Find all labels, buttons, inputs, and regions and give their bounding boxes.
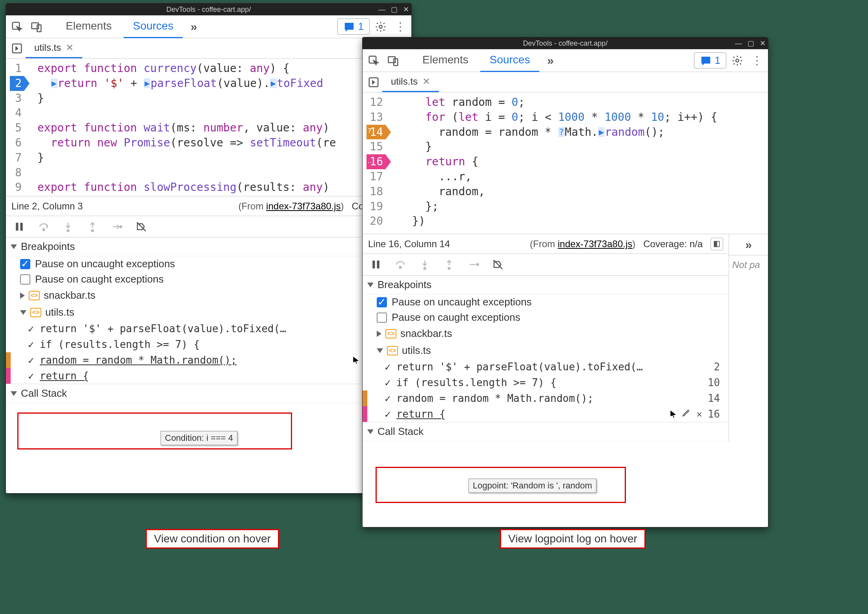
callstack-section-header[interactable]: Call Stack xyxy=(6,384,411,403)
breakpoints-section-header[interactable]: Breakpoints xyxy=(363,276,729,294)
breakpoint-row[interactable]: ✓return {16 xyxy=(6,368,411,384)
logpoint-tooltip: Logpoint: 'Random is ', random xyxy=(468,479,596,493)
source-editor[interactable]: 123456789 export function currency(value… xyxy=(6,59,411,196)
issues-count: 1 xyxy=(715,54,720,67)
window-maximize-icon[interactable]: ▢ xyxy=(391,5,398,14)
file-tab-utils[interactable]: utils.ts ✕ xyxy=(382,72,439,92)
deactivate-breakpoints-icon[interactable] xyxy=(133,218,150,235)
edit-icon[interactable] xyxy=(681,408,691,420)
callstack-section-header[interactable]: Call Stack xyxy=(363,422,729,441)
chevron-down-icon xyxy=(11,391,17,396)
checkbox-unchecked-icon[interactable] xyxy=(377,313,387,323)
breakpoint-file-utils[interactable]: <> utils.ts xyxy=(6,304,411,321)
kebab-menu-icon[interactable]: ⋮ xyxy=(748,52,766,69)
window-close-icon[interactable]: ✕ xyxy=(760,39,766,48)
breakpoint-code: if (results.length >= 7) { xyxy=(40,338,385,350)
window-maximize-icon[interactable]: ▢ xyxy=(748,39,754,48)
breakpoint-code: return { xyxy=(40,370,385,382)
breakpoints-section-header[interactable]: Breakpoints xyxy=(6,237,411,256)
settings-gear-icon[interactable] xyxy=(372,18,389,35)
tab-elements[interactable]: Elements xyxy=(56,15,121,38)
checkbox-icon[interactable]: ✓ xyxy=(385,408,391,420)
issues-pill[interactable]: 1 xyxy=(337,18,370,35)
checkbox-unchecked-icon[interactable] xyxy=(20,274,30,285)
pause-caught-row[interactable]: Pause on caught exceptions xyxy=(6,272,411,287)
file-tab-utils[interactable]: utils.ts ✕ xyxy=(26,38,82,58)
step-over-icon[interactable] xyxy=(392,256,409,273)
checkbox-icon[interactable]: ✓ xyxy=(385,392,391,404)
breakpoint-file-utils[interactable]: <> utils.ts xyxy=(363,342,729,359)
breakpoint-row[interactable]: ✓return {✕16 xyxy=(363,406,729,422)
tab-elements[interactable]: Elements xyxy=(413,49,478,72)
svg-rect-19 xyxy=(377,261,379,268)
pause-caught-row[interactable]: Pause on caught exceptions xyxy=(363,310,729,325)
checkbox-icon[interactable]: ✓ xyxy=(28,323,34,335)
ts-badge-icon: <> xyxy=(29,291,40,300)
inspect-icon[interactable] xyxy=(365,52,382,69)
breakpoint-row[interactable]: ✓random = random * Math.random();✕14 xyxy=(6,352,411,368)
breakpoint-file-snackbar[interactable]: <> snackbar.ts xyxy=(6,287,411,304)
close-icon[interactable]: ✕ xyxy=(422,76,430,87)
chevron-down-icon xyxy=(377,348,383,353)
step-out-icon[interactable] xyxy=(440,256,458,273)
source-map-link[interactable]: index-73f73a80.js xyxy=(266,201,341,211)
pause-icon[interactable] xyxy=(367,256,385,273)
close-icon[interactable]: ✕ xyxy=(66,42,74,53)
breakpoint-line-number: 14 xyxy=(708,392,723,404)
breakpoint-row[interactable]: ✓return '$' + parseFloat(value).toFixed(… xyxy=(6,321,411,337)
step-over-icon[interactable] xyxy=(35,218,52,235)
breakpoint-row[interactable]: ✓random = random * Math.random();14 xyxy=(363,390,729,406)
deactivate-breakpoints-icon[interactable] xyxy=(489,256,507,273)
source-editor[interactable]: 121314?1516‥17181920 let random = 0; for… xyxy=(363,92,768,234)
checkbox-icon[interactable]: ✓ xyxy=(28,354,34,366)
checkbox-checked-icon[interactable]: ✓ xyxy=(20,259,30,269)
show-navigator-icon[interactable] xyxy=(8,40,26,57)
coverage-label: Coverage: n/a xyxy=(643,239,703,250)
source-map-from: (From index-73f73a80.js) xyxy=(530,239,635,250)
show-navigator-icon[interactable] xyxy=(365,74,382,91)
window-close-icon[interactable]: ✕ xyxy=(403,5,409,14)
svg-rect-18 xyxy=(372,261,375,268)
step-icon[interactable] xyxy=(108,218,126,235)
kebab-menu-icon[interactable]: ⋮ xyxy=(392,18,409,35)
pause-uncaught-row[interactable]: ✓ Pause on uncaught exceptions xyxy=(363,294,729,310)
breakpoint-code: random = random * Math.random(); xyxy=(396,392,702,404)
step-icon[interactable] xyxy=(465,256,482,273)
device-toolbar-icon[interactable] xyxy=(385,52,402,69)
checkbox-icon[interactable]: ✓ xyxy=(385,361,391,373)
tab-sources[interactable]: Sources xyxy=(124,15,183,38)
chevron-right-icon xyxy=(377,331,381,337)
devtools-window-right: DevTools - coffee-cart.app/ — ▢ ✕ Elemen… xyxy=(362,37,768,527)
checkbox-checked-icon[interactable]: ✓ xyxy=(377,297,387,307)
debug-toolbar xyxy=(6,216,411,237)
step-into-icon[interactable] xyxy=(416,256,433,273)
breakpoint-file-snackbar[interactable]: <> snackbar.ts xyxy=(363,325,729,342)
tab-overflow-icon[interactable]: » xyxy=(185,18,202,35)
step-out-icon[interactable] xyxy=(84,218,101,235)
breakpoint-row[interactable]: ✓if (results.length >= 7) {10 xyxy=(6,337,411,352)
window-minimize-icon[interactable]: — xyxy=(735,39,742,48)
breakpoint-row[interactable]: ✓if (results.length >= 7) {10 xyxy=(363,375,729,390)
checkbox-icon[interactable]: ✓ xyxy=(28,338,34,350)
pause-uncaught-row[interactable]: ✓ Pause on uncaught exceptions xyxy=(6,256,411,272)
breakpoint-row[interactable]: ✓return '$' + parseFloat(value).toFixed(… xyxy=(363,359,729,375)
inspect-icon[interactable] xyxy=(8,18,26,35)
section-title: Call Stack xyxy=(378,425,424,438)
tab-sources[interactable]: Sources xyxy=(480,49,540,72)
settings-gear-icon[interactable] xyxy=(729,52,746,69)
issues-pill[interactable]: 1 xyxy=(694,52,726,68)
checkbox-icon[interactable]: ✓ xyxy=(28,370,34,382)
device-toolbar-icon[interactable] xyxy=(28,18,45,35)
source-map-link[interactable]: index-73f73a80.js xyxy=(558,239,632,249)
svg-rect-6 xyxy=(20,223,23,231)
remove-icon[interactable]: ✕ xyxy=(696,409,702,420)
window-minimize-icon[interactable]: — xyxy=(378,6,385,14)
step-into-icon[interactable] xyxy=(59,218,77,235)
pause-icon[interactable] xyxy=(11,218,28,235)
coverage-toggle-icon[interactable] xyxy=(711,238,723,250)
breakpoint-code: return '$' + parseFloat(value).toFixed(… xyxy=(396,361,709,373)
sidepanel-overflow-icon[interactable]: » xyxy=(745,238,752,252)
checkbox-icon[interactable]: ✓ xyxy=(385,377,391,388)
svg-point-14 xyxy=(736,59,739,62)
tab-overflow-icon[interactable]: » xyxy=(542,52,559,69)
